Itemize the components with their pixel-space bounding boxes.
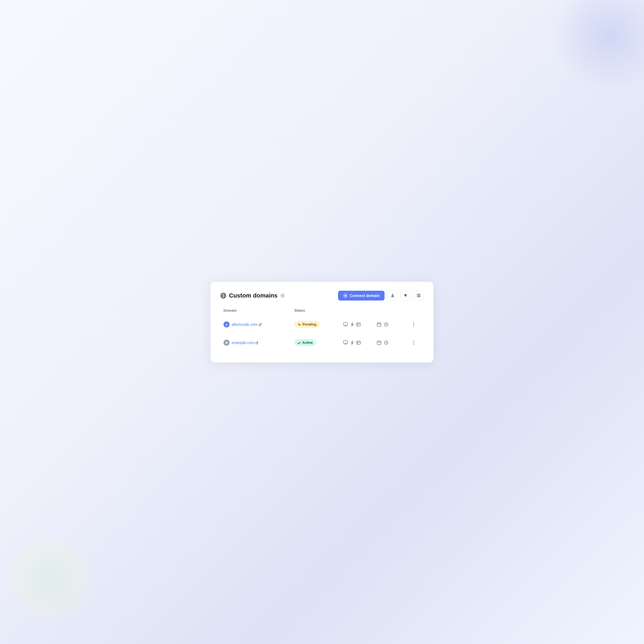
- meta-cell-example: [377, 340, 410, 345]
- col-domain: Domain: [224, 308, 294, 312]
- svg-rect-7: [417, 296, 420, 297]
- calendar-icon[interactable]: [377, 340, 381, 345]
- col-actions: [343, 308, 377, 312]
- svg-point-20: [413, 322, 414, 323]
- svg-rect-5: [417, 294, 420, 295]
- connect-domain-button[interactable]: + Connect domain: [338, 291, 385, 301]
- card-icon[interactable]: [356, 341, 361, 345]
- svg-rect-26: [357, 341, 360, 344]
- external-link-icon: [259, 323, 262, 326]
- bolt-icon[interactable]: [351, 340, 354, 345]
- svg-rect-6: [417, 295, 420, 296]
- table-row: example.com: [220, 334, 424, 352]
- page-title: Custom domains: [229, 292, 277, 299]
- svg-point-22: [413, 326, 414, 326]
- monitor-icon[interactable]: [343, 340, 348, 345]
- bolt-icon[interactable]: [351, 322, 354, 327]
- monitor-icon[interactable]: [343, 322, 348, 326]
- svg-rect-29: [377, 341, 381, 345]
- status-badge-active: Active: [294, 339, 316, 346]
- globe-icon: [220, 292, 226, 299]
- domain-link-altumcode[interactable]: altumcode.com: [232, 322, 262, 327]
- meta-cell-altumcode: [377, 322, 410, 327]
- table-header: Domain Status: [220, 308, 424, 315]
- svg-rect-15: [377, 323, 381, 326]
- status-cell-altumcode: Pending: [294, 321, 343, 328]
- info-icon[interactable]: i: [280, 293, 285, 298]
- favicon-altumcode: A: [224, 321, 230, 327]
- svg-text:A: A: [225, 323, 227, 326]
- columns-button[interactable]: [413, 290, 424, 301]
- svg-rect-14: [357, 324, 358, 325]
- favicon-example: [224, 340, 230, 346]
- card-icon[interactable]: [356, 323, 361, 326]
- domain-cell-example: example.com: [224, 340, 294, 346]
- svg-rect-11: [343, 323, 348, 325]
- more-cell-altumcode: [410, 320, 420, 329]
- download-button[interactable]: [387, 290, 398, 301]
- domain-cell-altumcode: A altumcode.com: [224, 321, 294, 327]
- status-badge-pending: Pending: [294, 321, 320, 328]
- history-icon[interactable]: [384, 340, 388, 345]
- calendar-icon[interactable]: [377, 322, 381, 327]
- domains-table: Domain Status: [220, 308, 424, 352]
- header-right: + Connect domain: [338, 290, 424, 301]
- domain-link-example[interactable]: example.com: [232, 340, 258, 345]
- col-meta: [377, 308, 410, 312]
- col-more: [410, 308, 420, 312]
- custom-domains-card: Custom domains i + Connect domain: [210, 282, 434, 363]
- svg-rect-28: [357, 343, 358, 343]
- pending-link-icon: [298, 322, 301, 326]
- actions-cell-altumcode: [343, 322, 377, 327]
- card-header: Custom domains i + Connect domain: [220, 290, 424, 301]
- svg-rect-12: [357, 323, 360, 326]
- actions-cell-example: [343, 340, 377, 345]
- header-left: Custom domains i: [220, 292, 285, 299]
- col-status: Status: [294, 308, 343, 312]
- external-link-icon: [255, 341, 258, 344]
- check-icon: [298, 340, 301, 345]
- svg-point-35: [413, 342, 414, 343]
- filter-button[interactable]: [400, 290, 411, 301]
- history-icon[interactable]: [384, 322, 388, 327]
- more-button-example[interactable]: [410, 339, 418, 347]
- plus-icon: +: [343, 293, 348, 298]
- status-cell-example: Active: [294, 339, 343, 346]
- svg-point-34: [413, 340, 414, 341]
- table-row: A altumcode.com: [220, 315, 424, 334]
- more-button-altumcode[interactable]: [410, 320, 418, 329]
- more-cell-example: [410, 339, 420, 347]
- svg-rect-25: [343, 341, 348, 343]
- svg-point-36: [413, 344, 414, 345]
- svg-point-21: [413, 324, 414, 325]
